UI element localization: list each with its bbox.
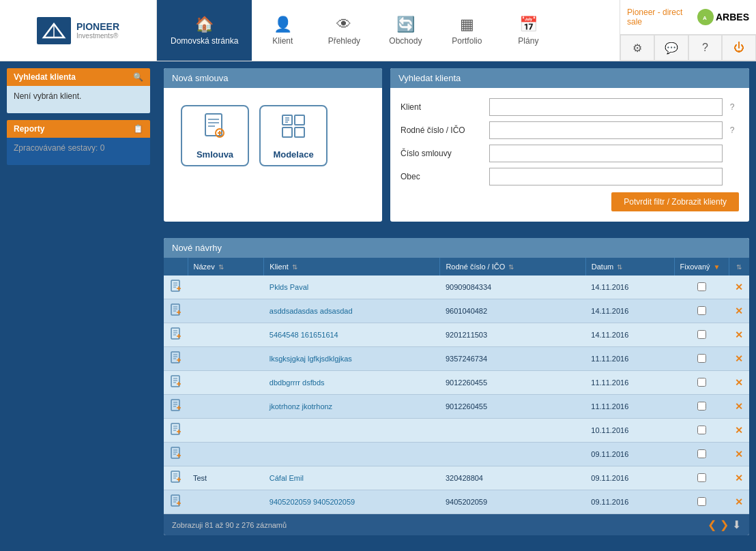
- rodne-cislo-help-icon[interactable]: ?: [725, 125, 739, 135]
- cell-delete[interactable]: ✕: [729, 490, 749, 514]
- cell-klient[interactable]: [264, 443, 440, 466]
- cell-nazev: [188, 299, 264, 323]
- cell-klient[interactable]: lksgksjgkaj lgfkjsdklgjkas: [264, 347, 440, 371]
- filter-button[interactable]: Potvrdit filtr / Zobrazit klienty: [611, 192, 739, 211]
- row-doc-icon: [164, 299, 188, 323]
- power-button[interactable]: ⏻: [722, 35, 756, 61]
- arbes-text: ARBES: [716, 12, 749, 23]
- smlouva-button[interactable]: Smlouva: [181, 105, 249, 166]
- cell-klient[interactable]: Pklds Paval: [264, 276, 440, 299]
- next-page-button[interactable]: ❯: [720, 518, 729, 531]
- cell-delete[interactable]: ✕: [729, 347, 749, 371]
- table-row: 09.11.2016 ✕: [164, 443, 749, 466]
- fixovany-checkbox[interactable]: [697, 354, 706, 363]
- sidebar-reports-label: Reporty: [14, 124, 44, 134]
- table-row: 9405202059 9405202059 9405202059 09.11.2…: [164, 490, 749, 514]
- prev-page-button[interactable]: ❮: [708, 518, 716, 531]
- cell-rodne: 9012260455: [440, 371, 585, 395]
- cell-klient[interactable]: dbdbgrrrr dsfbds: [264, 371, 440, 395]
- cell-delete[interactable]: ✕: [729, 419, 749, 443]
- nove-navrhy-title: Nové návrhy: [172, 243, 222, 253]
- cell-klient[interactable]: 9405202059 9405202059: [264, 490, 440, 514]
- klient-icon: 👤: [274, 16, 292, 33]
- fixovany-checkbox[interactable]: [697, 306, 706, 315]
- sort-rodne-icon: ⇅: [508, 263, 514, 271]
- nova-smlouva-header: Nová smlouva: [164, 68, 382, 88]
- nova-smlouva-body: Smlouva: [164, 88, 382, 183]
- nav-prehledy[interactable]: 👁 Přehledy: [313, 0, 375, 61]
- table-row: jkotrhonz jkotrhonz 9012260455 11.11.201…: [164, 395, 749, 419]
- nav-plany[interactable]: 📅 Plány: [497, 0, 559, 61]
- svg-rect-19: [171, 280, 179, 291]
- col-nazev[interactable]: Název ⇅: [188, 258, 264, 276]
- nav-home[interactable]: 🏠 Domovská stránka: [157, 0, 252, 61]
- cell-klient[interactable]: jkotrhonz jkotrhonz: [264, 395, 440, 419]
- cislo-smlouvy-input[interactable]: [489, 145, 723, 162]
- help-button[interactable]: ?: [688, 35, 723, 61]
- cell-delete[interactable]: ✕: [729, 395, 749, 419]
- nove-navrhy-table: Název ⇅ Klient ⇅ Rodné číslo / IČO ⇅ D: [164, 258, 749, 514]
- row-doc-icon: [164, 371, 188, 395]
- modelace-button[interactable]: Modelace: [259, 105, 328, 166]
- download-button[interactable]: ⬇: [732, 518, 741, 531]
- col-datum[interactable]: Datum ⇅: [585, 258, 674, 276]
- chat-button[interactable]: 💬: [654, 35, 688, 61]
- col-klient[interactable]: Klient ⇅: [264, 258, 440, 276]
- cell-delete[interactable]: ✕: [729, 466, 749, 490]
- fixovany-checkbox[interactable]: [697, 497, 706, 506]
- nav-klient-label: Klient: [272, 36, 293, 46]
- cell-klient[interactable]: asddsadasdas adsasdad: [264, 299, 440, 323]
- fixovany-checkbox[interactable]: [697, 449, 706, 458]
- logo-text: PIONEER: [76, 21, 119, 32]
- cell-delete[interactable]: ✕: [729, 443, 749, 466]
- row-doc-icon: [164, 395, 188, 419]
- sidebar-search-icon: 🔍: [133, 72, 143, 82]
- cell-fixovany: [674, 443, 729, 466]
- settings-button[interactable]: ⚙: [620, 35, 654, 61]
- svg-text:A: A: [703, 15, 707, 21]
- cell-nazev: [188, 276, 264, 299]
- cell-delete[interactable]: ✕: [729, 276, 749, 299]
- cell-klient[interactable]: [264, 419, 440, 443]
- klient-input[interactable]: [489, 98, 723, 116]
- fixovany-checkbox[interactable]: [697, 282, 706, 291]
- cell-delete[interactable]: ✕: [729, 323, 749, 347]
- fixovany-checkbox[interactable]: [697, 473, 706, 482]
- fixovany-checkbox[interactable]: [697, 426, 706, 434]
- fixovany-checkbox[interactable]: [697, 402, 706, 411]
- row-doc-icon: [164, 347, 188, 371]
- nav-portfolio[interactable]: ▦ Portfolio: [436, 0, 497, 61]
- col-fixovany[interactable]: Fixovaný ▼: [674, 258, 729, 276]
- cell-datum: 11.11.2016: [585, 395, 674, 419]
- cell-fixovany: [674, 466, 729, 490]
- no-client-text: Není vybrán klient.: [14, 91, 81, 101]
- fixovany-checkbox[interactable]: [697, 378, 706, 387]
- cell-klient[interactable]: 5464548 161651614: [264, 323, 440, 347]
- table-row: 10.11.2016 ✕: [164, 419, 749, 443]
- vyhledat-header: Vyhledat klienta: [390, 68, 749, 88]
- nav-obchody[interactable]: 🔄 Obchody: [375, 0, 436, 61]
- cell-nazev: [188, 395, 264, 419]
- fixovany-checkbox[interactable]: [697, 330, 706, 339]
- svg-rect-15: [295, 128, 304, 137]
- prehledy-icon: 👁: [336, 16, 351, 33]
- row-doc-icon: [164, 323, 188, 347]
- cell-delete[interactable]: ✕: [729, 299, 749, 323]
- klient-help-icon[interactable]: ?: [725, 102, 739, 112]
- table-row: Pklds Paval 90909084334 14.11.2016 ✕: [164, 276, 749, 299]
- sidebar-search-section: Vyhledat klienta 🔍 Není vybrán klient.: [7, 68, 150, 113]
- brand-link[interactable]: Pioneer - direct sale: [627, 8, 697, 27]
- col-rodne[interactable]: Rodné číslo / IČO ⇅: [440, 258, 585, 276]
- cell-delete[interactable]: ✕: [729, 371, 749, 395]
- rodne-cislo-input[interactable]: [489, 121, 723, 139]
- nav-klient[interactable]: 👤 Klient: [252, 0, 313, 61]
- obchody-icon: 🔄: [396, 16, 415, 33]
- obec-input[interactable]: [489, 168, 723, 185]
- svg-rect-31: [171, 328, 179, 339]
- sort-klient-icon: ⇅: [292, 263, 297, 271]
- sort-fixovany-icon: ▼: [714, 263, 721, 271]
- cell-klient[interactable]: Cáfal Emil: [264, 466, 440, 490]
- nova-smlouva-panel: Nová smlouva: [164, 68, 382, 222]
- nova-smlouva-title: Nová smlouva: [172, 73, 228, 83]
- nav-prehledy-label: Přehledy: [328, 36, 360, 46]
